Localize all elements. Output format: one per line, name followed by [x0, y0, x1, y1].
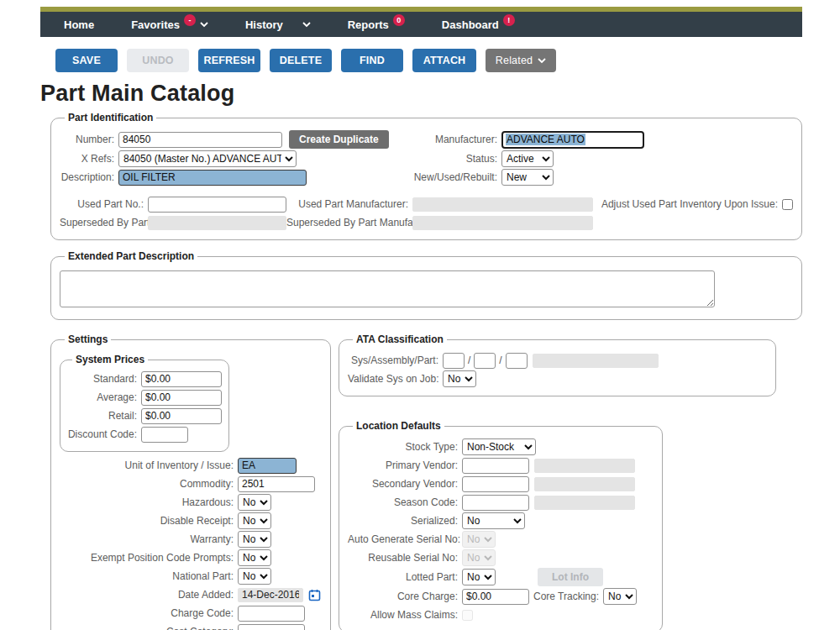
chevron-down-icon [538, 56, 546, 65]
serialized-select[interactable]: No [462, 512, 525, 529]
part-identification-legend: Part Identification [65, 112, 156, 123]
row-secondary-vendor: Secondary Vendor: [348, 475, 654, 492]
adjust-used-part-checkbox[interactable] [782, 199, 793, 210]
stock-type-select[interactable]: Non-Stock [462, 438, 536, 455]
adjust-used-part-label: Adjust Used Part Inventory Upon Issue: [601, 198, 782, 210]
reports-badge: 0 [393, 14, 405, 26]
extended-description-legend: Extended Part Description [65, 250, 197, 262]
nav-item-dashboard[interactable]: Dashboard ! [442, 18, 515, 31]
nav-item-reports[interactable]: Reports 0 [348, 18, 405, 31]
manufacturer-field[interactable]: ADVANCE AUTO [501, 131, 644, 149]
row-sys-assembly-part: Sys/Assembly/Part: / / [348, 352, 767, 369]
national-part-label: National Part: [60, 570, 238, 582]
row-commodity: Commodity: [60, 475, 322, 492]
core-tracking-select[interactable]: No [603, 588, 637, 605]
cost-category-input[interactable] [238, 624, 305, 630]
charge-code-input[interactable] [238, 606, 305, 622]
new-used-rebuilt-select[interactable]: New [501, 169, 554, 186]
attach-button[interactable]: ATTACH [412, 49, 476, 72]
row-reusable-serial: Reusable Serial No: No [348, 549, 654, 566]
secondary-vendor-name-field [534, 477, 635, 491]
hazardous-label: Hazardous: [60, 496, 238, 508]
page-title: Part Main Catalog [40, 81, 840, 107]
row-auto-generate-serial: Auto Generate Serial No: No [348, 531, 654, 548]
extended-description-section: Extended Part Description [50, 250, 802, 320]
find-button[interactable]: FIND [341, 49, 403, 72]
nav-favorites-label: Favorites [131, 18, 180, 31]
location-defaults-section: Location Defaults Stock Type: Non-Stock … [339, 420, 663, 630]
extended-description-textarea[interactable] [60, 270, 715, 307]
used-part-no-input[interactable] [148, 197, 286, 213]
core-charge-input[interactable] [462, 589, 529, 605]
row-validate-sys: Validate Sys on Job: No [348, 370, 767, 387]
row-warranty: Warranty: No [60, 531, 322, 548]
lotted-part-select[interactable]: No [462, 569, 496, 585]
refresh-button[interactable]: REFRESH [198, 49, 260, 72]
primary-vendor-input[interactable] [462, 458, 529, 474]
average-label: Average: [67, 391, 141, 403]
core-charge-label: Core Charge: [348, 591, 462, 602]
warranty-select[interactable]: No [238, 531, 271, 548]
secondary-vendor-input[interactable] [462, 476, 529, 492]
reusable-serial-label: Reusable Serial No: [348, 552, 462, 564]
discount-code-label: Discount Code: [67, 428, 141, 440]
row-date-added: Date Added: [60, 586, 322, 603]
validate-sys-label: Validate Sys on Job: [348, 373, 443, 385]
status-select[interactable]: Active [501, 150, 554, 167]
standard-price-input[interactable] [141, 371, 222, 387]
exempt-position-select[interactable]: No [238, 549, 271, 566]
row-national-part: National Part: No [60, 568, 322, 585]
national-part-select[interactable]: No [238, 568, 271, 585]
delete-button[interactable]: DELETE [270, 49, 332, 72]
xrefs-select[interactable]: 84050 (Master No.) ADVANCE AUTO [118, 150, 297, 167]
settings-legend: Settings [65, 333, 111, 345]
season-code-name-field [534, 496, 635, 510]
standard-label: Standard: [67, 373, 141, 385]
commodity-input[interactable] [238, 476, 315, 492]
nav-item-history[interactable]: History [245, 18, 311, 31]
primary-vendor-name-field [534, 459, 635, 473]
lower-columns: Settings System Prices Standard: Average… [50, 333, 802, 630]
row-allow-mass-claims: Allow Mass Claims: [348, 606, 654, 623]
calendar-icon[interactable] [308, 589, 321, 601]
xrefs-label: X Refs: [60, 153, 118, 165]
description-input[interactable] [118, 170, 307, 186]
nav-item-favorites[interactable]: Favorites - [131, 18, 208, 31]
stock-type-label: Stock Type: [348, 441, 462, 453]
location-defaults-legend: Location Defaults [353, 420, 444, 432]
ata-part-input[interactable] [506, 353, 528, 369]
superseded-by-part-manufacturer-label: Superseded By Part Manufacturer: [286, 217, 412, 228]
nav-item-home[interactable]: Home [64, 18, 94, 31]
related-dropdown-button[interactable]: Related [486, 49, 556, 72]
app-window: Home Favorites - History Reports 0 Das [0, 0, 840, 630]
validate-sys-select[interactable]: No [443, 370, 476, 387]
discount-code-input[interactable] [141, 427, 188, 443]
row-charge-code: Charge Code: [60, 605, 322, 622]
average-price-input[interactable] [141, 390, 222, 406]
related-label: Related [496, 55, 533, 66]
row-stock-type: Stock Type: Non-Stock [348, 438, 654, 455]
nav-history-label: History [245, 18, 283, 31]
part-number-input[interactable] [118, 132, 282, 148]
ata-sys-input[interactable] [443, 353, 465, 369]
chevron-down-icon [200, 20, 208, 29]
part-identification-section: Part Identification Number: Create Dupli… [50, 112, 802, 240]
allow-mass-claims-label: Allow Mass Claims: [348, 609, 462, 621]
unit-of-inventory-input[interactable] [238, 458, 297, 474]
dashboard-badge: ! [503, 14, 515, 26]
row-exempt-position: Exempt Position Code Prompts: No [60, 549, 322, 566]
save-button[interactable]: SAVE [55, 49, 118, 72]
superseded-by-part-label: Superseded By Part: [60, 217, 148, 228]
disable-receipt-label: Disable Receipt: [60, 515, 238, 527]
disable-receipt-select[interactable]: No [238, 512, 271, 529]
hazardous-select[interactable]: No [238, 494, 271, 511]
row-number-manufacturer: Number: Create Duplicate Manufacturer: A… [60, 130, 793, 149]
allow-mass-claims-checkbox [462, 610, 473, 621]
nav-bar: Home Favorites - History Reports 0 Das [40, 12, 802, 37]
create-duplicate-button[interactable]: Create Duplicate [289, 130, 389, 149]
cost-category-label: Cost Category: [60, 626, 238, 630]
ata-assembly-input[interactable] [474, 353, 496, 369]
season-code-input[interactable] [462, 495, 529, 511]
retail-price-input[interactable] [141, 408, 222, 424]
serialized-label: Serialized: [348, 515, 462, 527]
